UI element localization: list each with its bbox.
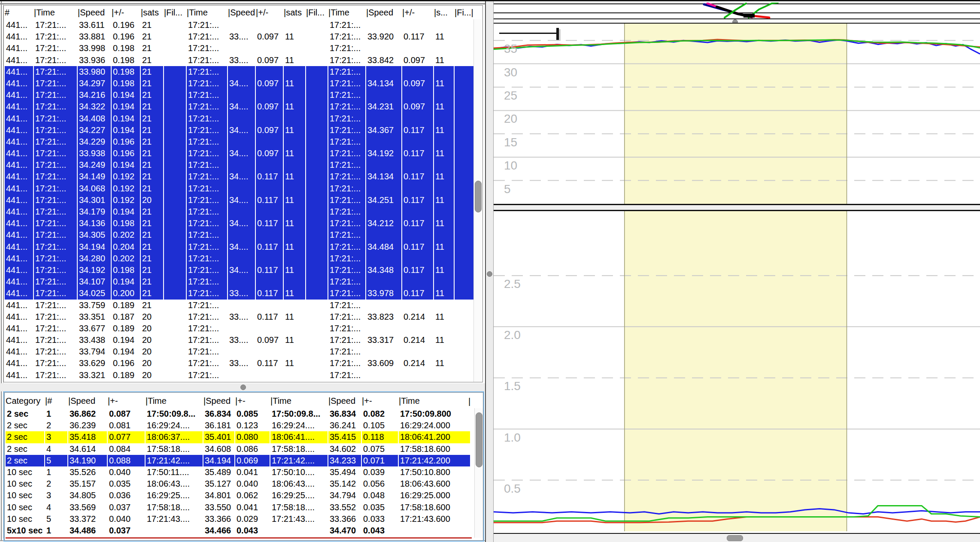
table-row[interactable]: 441...17:21:...34.2270.1942117:21:...34.… [5, 124, 474, 136]
trackpoint-col-header[interactable]: |+/- [112, 6, 140, 18]
table-row[interactable]: 441...17:21:...34.1070.1942117:21:...17:… [5, 276, 474, 288]
list-item[interactable]: 2 sec236.2390.08116:29:24....36.1810.123… [6, 420, 473, 431]
results-col-header[interactable]: |+- [235, 395, 270, 407]
table-cell [402, 206, 433, 218]
trackpoint-col-header[interactable]: |s... [434, 6, 454, 18]
trackpoint-scrollbar-thumb[interactable] [475, 181, 482, 212]
table-row[interactable]: 441...17:21:...34.1790.1942117:21:...17:… [5, 206, 474, 218]
table-cell: 17:21:... [328, 253, 365, 264]
trackpoint-col-header[interactable]: |Time [34, 6, 77, 18]
trackpoint-col-header[interactable]: # [5, 6, 33, 18]
table-row[interactable]: 441...17:21:...33.9980.1982117:21:...17:… [5, 42, 474, 54]
results-col-header[interactable]: |# [45, 395, 67, 407]
list-item[interactable]: 10 sec334.8050.03616:29:25....34.8010.06… [6, 490, 473, 501]
trackpoint-col-header[interactable]: |Fi...| [455, 6, 473, 18]
results-table[interactable]: Category|#|Speed|+-|Time|Speed|+-|Time|S… [4, 392, 483, 541]
table-row[interactable]: 441...17:21:...34.2290.1962117:21:...17:… [5, 136, 474, 148]
table-row[interactable]: 441...17:21:...34.1360.1982117:21:...34.… [5, 218, 474, 229]
table-cell: 35.415 [328, 431, 361, 443]
table-row[interactable]: 441...17:21:...34.0250.2002117:21:...33.… [5, 288, 474, 299]
panel-splitter-handle-icon[interactable] [487, 271, 492, 277]
table-row[interactable]: 441...17:21:...34.3050.2022117:21:...17:… [5, 229, 474, 241]
table-cell [164, 253, 186, 264]
results-col-header[interactable]: |Speed [328, 395, 361, 407]
table-row[interactable]: 441...17:21:...34.1490.1922117:21:...34.… [5, 171, 474, 182]
list-item[interactable]: 2 sec534.1900.08817:21:42....34.1940.069… [6, 455, 473, 466]
table-cell: 17:21:... [187, 55, 227, 66]
trackpoint-col-header[interactable]: |Time [187, 6, 227, 18]
table-row[interactable]: 441...17:21:...33.4380.1942017:21:...33.… [5, 334, 474, 346]
results-table-rows[interactable]: 2 sec136.8620.08717:50:09.8...36.8340.08… [6, 408, 473, 538]
track-overview-strip[interactable] [494, 3, 980, 20]
table-row[interactable]: 441...17:21:...33.6770.1892017:21:...17:… [5, 323, 474, 334]
table-cell: 34.251 [366, 194, 401, 206]
speed-chart[interactable] [494, 24, 980, 204]
table-row[interactable]: 441...17:21:...33.6290.1962017:21:...33.… [5, 357, 474, 369]
list-item[interactable]: 10 sec533.3720.04017:21:43....33.3660.02… [6, 513, 473, 525]
table-row[interactable]: 441...17:21:...34.3220.1942117:21:...34.… [5, 101, 474, 112]
results-table-scrollbar[interactable] [474, 408, 483, 538]
list-item[interactable]: 2 sec136.8620.08717:50:09.8...36.8340.08… [6, 408, 473, 420]
table-cell [306, 136, 328, 148]
table-row[interactable]: 441...17:21:...33.7940.1942017:21:...17:… [5, 346, 474, 357]
trackpoint-table-scrollbar[interactable] [473, 19, 482, 382]
table-row[interactable]: 441...17:21:...34.2800.2022117:21:...17:… [5, 253, 474, 264]
table-row[interactable]: 441...17:21:...34.2490.1942117:21:...17:… [5, 159, 474, 171]
table-cell: 0.189 [112, 323, 140, 334]
trackpoint-table-rows[interactable]: 441...17:21:...33.6110.1962117:21:...17:… [5, 19, 474, 382]
y-axis-tick-label: 1.0 [504, 432, 521, 444]
results-col-header[interactable]: |Time [146, 395, 203, 407]
list-item[interactable]: 10 sec433.5690.03717:58:18....33.5500.04… [6, 502, 473, 513]
results-col-header[interactable]: |Time [399, 395, 470, 407]
results-table-header[interactable]: Category|#|Speed|+-|Time|Speed|+-|Time|S… [6, 395, 473, 407]
results-col-header[interactable]: Category [6, 395, 44, 407]
table-row[interactable]: 441...17:21:...33.9380.1962117:21:...34.… [5, 148, 474, 159]
table-row[interactable]: 441...17:21:...34.4080.1942117:21:...17:… [5, 113, 474, 124]
table-row[interactable]: 441...17:21:...33.3510.1872017:21:...33.… [5, 311, 474, 323]
list-item[interactable]: 2 sec434.6140.08417:58:18....34.6080.086… [6, 443, 473, 455]
table-cell [434, 369, 454, 381]
trackpoint-col-header[interactable]: |+/- [256, 6, 283, 18]
trackpoint-col-header[interactable]: |Speed [228, 6, 255, 18]
table-row[interactable]: 441...17:21:...34.2160.1942117:21:...17:… [5, 89, 474, 101]
list-item[interactable]: 2 sec335.4180.07718:06:37....35.4010.080… [6, 431, 473, 443]
panel-splitter[interactable] [485, 1, 494, 542]
trackpoint-col-header[interactable]: |Time [328, 6, 365, 18]
table-row[interactable]: 441...17:21:...33.8810.1962117:21:...33.… [5, 31, 474, 42]
trackpoint-table-header[interactable]: #|Time|Speed|+/-|sats|Fil...|Time|Speed|… [5, 6, 474, 18]
table-row[interactable]: 441...17:21:...33.9800.1982117:21:...17:… [5, 66, 474, 78]
trackpoint-col-header[interactable]: |Fil... [306, 6, 328, 18]
trackpoint-col-header[interactable]: |Fil... [164, 6, 186, 18]
chart-h-scrollbar[interactable] [494, 533, 980, 542]
table-row[interactable]: 441...17:21:...33.3210.1892017:21:...17:… [5, 369, 474, 381]
table-row[interactable]: 441...17:21:...34.2970.1982117:21:...34.… [5, 78, 474, 89]
table-row[interactable]: 441...17:21:...33.6110.1962117:21:...17:… [5, 19, 474, 31]
table-row[interactable]: 441...17:21:...34.3010.1922017:21:...34.… [5, 194, 474, 206]
table-row[interactable]: 441...17:21:...34.0680.1922117:21:...17:… [5, 183, 474, 194]
trackpoint-col-header[interactable]: |sats [284, 6, 305, 18]
table-row[interactable]: 441...17:21:...34.1940.2042117:21:...34.… [5, 241, 474, 253]
table-row[interactable]: 441...17:21:...33.9360.1982117:21:...33.… [5, 55, 474, 66]
trackpoint-col-header[interactable]: |+/- [402, 6, 433, 18]
error-chart[interactable] [494, 211, 980, 531]
list-item[interactable]: 5x10 sec134.4860.03734.4660.04334.4700.0… [6, 525, 473, 536]
chart-h-scrollbar-thumb[interactable] [727, 535, 743, 541]
results-col-header[interactable]: |+- [108, 395, 145, 407]
chart-divider-gap[interactable] [494, 205, 980, 210]
table-splitter[interactable] [0, 383, 485, 391]
trackpoint-col-header[interactable]: |Speed [366, 6, 401, 18]
results-col-header[interactable]: |Speed [203, 395, 234, 407]
list-item[interactable]: 10 sec235.1570.03518:06:43....35.1270.04… [6, 478, 473, 490]
table-row[interactable]: 441...17:21:...33.7590.1892117:21:...17:… [5, 300, 474, 311]
results-col-header[interactable]: |Speed [68, 395, 107, 407]
table-cell [455, 369, 473, 381]
list-item[interactable]: 10 sec135.5260.04017:50:11....35.4890.04… [6, 466, 473, 478]
table-splitter-handle-icon[interactable] [240, 385, 246, 390]
results-scrollbar-thumb[interactable] [476, 412, 482, 467]
trackpoint-col-header[interactable]: |sats [141, 6, 163, 18]
results-col-header[interactable]: |Time [270, 395, 328, 407]
trackpoint-col-header[interactable]: |Speed [78, 6, 111, 18]
results-col-header[interactable]: |+- [362, 395, 398, 407]
table-row[interactable]: 441...17:21:...34.1920.1982117:21:...34.… [5, 264, 474, 276]
trackpoint-table[interactable]: #|Time|Speed|+/-|sats|Fil...|Time|Speed|… [3, 5, 483, 382]
